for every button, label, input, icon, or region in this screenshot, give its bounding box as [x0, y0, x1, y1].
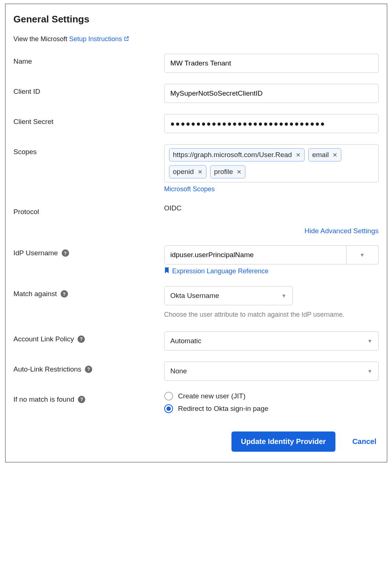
- idp-username-combobox[interactable]: ▼: [164, 245, 379, 264]
- hide-advanced-link[interactable]: Hide Advanced Settings: [305, 227, 379, 235]
- general-settings-panel: General Settings View the Microsoft Setu…: [5, 4, 387, 462]
- remove-tag-icon[interactable]: ✕: [237, 168, 241, 175]
- help-icon[interactable]: ?: [78, 396, 85, 403]
- match-against-value: Okta Username: [170, 292, 219, 300]
- remove-tag-icon[interactable]: ✕: [198, 168, 202, 175]
- help-icon[interactable]: ?: [61, 290, 68, 298]
- scope-tag[interactable]: profile✕: [210, 165, 246, 178]
- expression-language-link[interactable]: Expression Language Reference: [172, 267, 269, 275]
- scope-tag[interactable]: openid✕: [169, 165, 206, 178]
- setup-instructions-link[interactable]: Setup Instructions: [69, 35, 129, 43]
- chevron-down-icon: ▼: [360, 252, 365, 258]
- client-secret-label: Client Secret: [14, 114, 164, 126]
- chevron-down-icon: ▼: [367, 338, 373, 344]
- protocol-label: Protocol: [14, 204, 164, 216]
- setup-instructions-line: View the Microsoft Setup Instructions: [14, 35, 379, 43]
- no-match-label: If no match is found: [14, 395, 75, 404]
- client-secret-input[interactable]: ●●●●●●●●●●●●●●●●●●●●●●●●●●●●●●: [164, 114, 379, 133]
- external-link-icon: [123, 36, 129, 43]
- remove-tag-icon[interactable]: ✕: [296, 152, 301, 159]
- client-id-input[interactable]: [164, 84, 379, 103]
- cancel-button[interactable]: Cancel: [350, 437, 379, 446]
- client-id-label: Client ID: [14, 84, 164, 96]
- bookmark-icon: [164, 267, 169, 275]
- help-icon[interactable]: ?: [85, 366, 92, 373]
- radio-jit[interactable]: [164, 392, 173, 401]
- page-title: General Settings: [14, 14, 379, 25]
- idp-username-input[interactable]: [165, 246, 346, 264]
- update-button[interactable]: Update Identity Provider: [231, 431, 335, 452]
- scopes-input[interactable]: https://graph.microsoft.com/User.Read✕ e…: [164, 144, 379, 182]
- match-against-label: Match against: [14, 290, 57, 298]
- scopes-label: Scopes: [14, 144, 164, 156]
- name-input[interactable]: [164, 54, 379, 73]
- radio-redirect[interactable]: [164, 404, 173, 413]
- microsoft-scopes-link[interactable]: Microsoft Scopes: [164, 185, 215, 193]
- chevron-down-icon: ▼: [281, 293, 287, 299]
- scope-tag[interactable]: https://graph.microsoft.com/User.Read✕: [169, 148, 305, 161]
- match-against-hint: Choose the user attribute to match again…: [164, 309, 379, 320]
- intro-prefix: View the Microsoft: [14, 35, 69, 43]
- radio-jit-label: Create new user (JIT): [178, 392, 246, 400]
- protocol-value: OIDC: [164, 204, 379, 212]
- remove-tag-icon[interactable]: ✕: [332, 152, 337, 159]
- account-link-label: Account Link Policy: [14, 335, 74, 343]
- account-link-value: Automatic: [170, 337, 201, 345]
- idp-username-label: IdP Username: [14, 249, 58, 257]
- help-icon[interactable]: ?: [62, 249, 69, 257]
- radio-redirect-label: Redirect to Okta sign-in page: [178, 405, 269, 413]
- dropdown-toggle[interactable]: ▼: [346, 246, 378, 264]
- name-label: Name: [14, 54, 164, 65]
- auto-link-value: None: [170, 367, 187, 375]
- auto-link-label: Auto-Link Restrictions: [14, 365, 82, 373]
- chevron-down-icon: ▼: [367, 368, 373, 374]
- auto-link-select[interactable]: None ▼: [164, 362, 379, 381]
- help-icon[interactable]: ?: [78, 335, 85, 343]
- account-link-select[interactable]: Automatic ▼: [164, 331, 379, 351]
- scope-tag[interactable]: email✕: [308, 148, 341, 161]
- match-against-select[interactable]: Okta Username ▼: [164, 286, 293, 305]
